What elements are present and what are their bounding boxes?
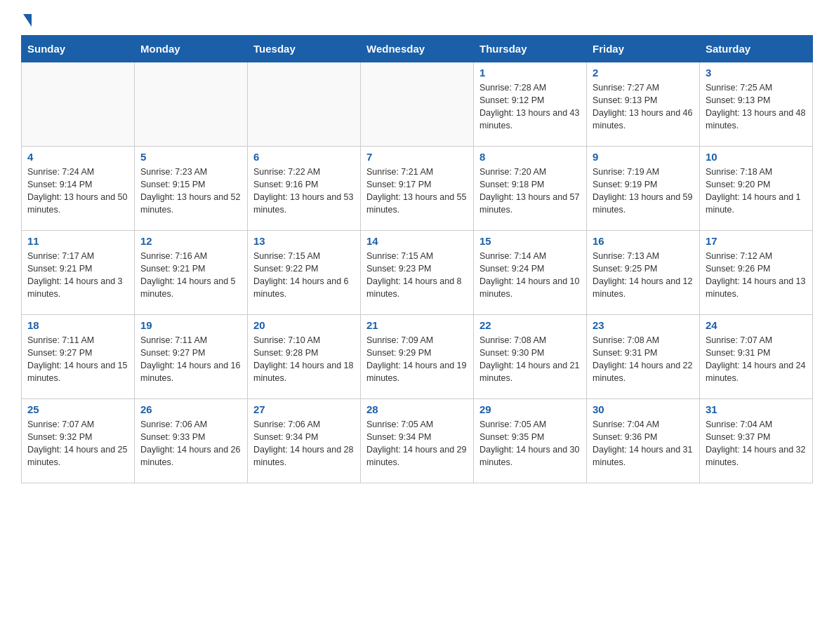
- day-number: 28: [366, 403, 468, 415]
- day-info: Sunrise: 7:12 AMSunset: 9:26 PMDaylight:…: [706, 250, 807, 301]
- weekday-header-tuesday: Tuesday: [248, 36, 361, 62]
- calendar-cell: 5Sunrise: 7:23 AMSunset: 9:15 PMDaylight…: [135, 147, 248, 231]
- day-number: 8: [479, 151, 581, 163]
- day-info: Sunrise: 7:21 AMSunset: 9:17 PMDaylight:…: [366, 166, 468, 217]
- calendar-cell: 4Sunrise: 7:24 AMSunset: 9:14 PMDaylight…: [22, 147, 135, 231]
- calendar-cell: 31Sunrise: 7:04 AMSunset: 9:37 PMDayligh…: [700, 399, 813, 483]
- day-info: Sunrise: 7:06 AMSunset: 9:34 PMDaylight:…: [253, 418, 355, 469]
- calendar-cell: 2Sunrise: 7:27 AMSunset: 9:13 PMDaylight…: [587, 62, 700, 147]
- day-number: 19: [140, 319, 241, 331]
- day-info: Sunrise: 7:08 AMSunset: 9:31 PMDaylight:…: [593, 334, 694, 385]
- day-info: Sunrise: 7:23 AMSunset: 9:15 PMDaylight:…: [140, 166, 241, 217]
- day-number: 29: [479, 403, 581, 415]
- calendar-cell: 6Sunrise: 7:22 AMSunset: 9:16 PMDaylight…: [248, 147, 361, 231]
- logo: [21, 14, 32, 28]
- day-number: 9: [593, 151, 694, 163]
- weekday-header-monday: Monday: [135, 36, 248, 62]
- day-info: Sunrise: 7:16 AMSunset: 9:21 PMDaylight:…: [140, 250, 241, 301]
- calendar-cell: 8Sunrise: 7:20 AMSunset: 9:18 PMDaylight…: [474, 147, 587, 231]
- day-info: Sunrise: 7:15 AMSunset: 9:23 PMDaylight:…: [366, 250, 468, 301]
- calendar-cell: [361, 62, 474, 147]
- calendar-cell: 26Sunrise: 7:06 AMSunset: 9:33 PMDayligh…: [135, 399, 248, 483]
- day-info: Sunrise: 7:07 AMSunset: 9:32 PMDaylight:…: [27, 418, 128, 469]
- weekday-header-sunday: Sunday: [22, 36, 135, 62]
- day-info: Sunrise: 7:20 AMSunset: 9:18 PMDaylight:…: [479, 166, 581, 217]
- day-info: Sunrise: 7:24 AMSunset: 9:14 PMDaylight:…: [27, 166, 128, 217]
- day-info: Sunrise: 7:08 AMSunset: 9:30 PMDaylight:…: [479, 334, 581, 385]
- day-info: Sunrise: 7:28 AMSunset: 9:12 PMDaylight:…: [479, 81, 581, 133]
- calendar-cell: 23Sunrise: 7:08 AMSunset: 9:31 PMDayligh…: [587, 315, 700, 399]
- calendar-cell: 17Sunrise: 7:12 AMSunset: 9:26 PMDayligh…: [700, 231, 813, 315]
- day-info: Sunrise: 7:05 AMSunset: 9:34 PMDaylight:…: [366, 418, 468, 469]
- day-number: 25: [27, 403, 128, 415]
- day-number: 5: [140, 151, 241, 163]
- day-number: 30: [593, 403, 694, 415]
- calendar-cell: 21Sunrise: 7:09 AMSunset: 9:29 PMDayligh…: [361, 315, 474, 399]
- weekday-header-friday: Friday: [587, 36, 700, 62]
- day-info: Sunrise: 7:06 AMSunset: 9:33 PMDaylight:…: [140, 418, 241, 469]
- day-number: 10: [706, 151, 807, 163]
- day-info: Sunrise: 7:07 AMSunset: 9:31 PMDaylight:…: [706, 334, 807, 385]
- weekday-header-thursday: Thursday: [474, 36, 587, 62]
- day-number: 3: [706, 67, 807, 79]
- day-info: Sunrise: 7:19 AMSunset: 9:19 PMDaylight:…: [593, 166, 694, 217]
- weekday-header-saturday: Saturday: [700, 36, 813, 62]
- calendar-week-2: 4Sunrise: 7:24 AMSunset: 9:14 PMDaylight…: [22, 147, 813, 231]
- day-number: 15: [479, 235, 581, 247]
- day-number: 18: [27, 319, 128, 331]
- day-number: 6: [253, 151, 355, 163]
- calendar-cell: 18Sunrise: 7:11 AMSunset: 9:27 PMDayligh…: [22, 315, 135, 399]
- calendar-cell: 12Sunrise: 7:16 AMSunset: 9:21 PMDayligh…: [135, 231, 248, 315]
- calendar-cell: 24Sunrise: 7:07 AMSunset: 9:31 PMDayligh…: [700, 315, 813, 399]
- day-info: Sunrise: 7:10 AMSunset: 9:28 PMDaylight:…: [253, 334, 355, 385]
- calendar-week-5: 25Sunrise: 7:07 AMSunset: 9:32 PMDayligh…: [22, 399, 813, 483]
- day-info: Sunrise: 7:04 AMSunset: 9:37 PMDaylight:…: [706, 418, 807, 469]
- day-info: Sunrise: 7:15 AMSunset: 9:22 PMDaylight:…: [253, 250, 355, 301]
- day-number: 31: [706, 403, 807, 415]
- page-header: [21, 14, 813, 28]
- calendar-week-4: 18Sunrise: 7:11 AMSunset: 9:27 PMDayligh…: [22, 315, 813, 399]
- day-info: Sunrise: 7:11 AMSunset: 9:27 PMDaylight:…: [140, 334, 241, 385]
- day-info: Sunrise: 7:13 AMSunset: 9:25 PMDaylight:…: [593, 250, 694, 301]
- day-number: 26: [140, 403, 241, 415]
- day-number: 4: [27, 151, 128, 163]
- calendar-cell: 11Sunrise: 7:17 AMSunset: 9:21 PMDayligh…: [22, 231, 135, 315]
- calendar-cell: 25Sunrise: 7:07 AMSunset: 9:32 PMDayligh…: [22, 399, 135, 483]
- day-info: Sunrise: 7:22 AMSunset: 9:16 PMDaylight:…: [253, 166, 355, 217]
- calendar-cell: 10Sunrise: 7:18 AMSunset: 9:20 PMDayligh…: [700, 147, 813, 231]
- day-info: Sunrise: 7:27 AMSunset: 9:13 PMDaylight:…: [593, 81, 694, 133]
- day-info: Sunrise: 7:18 AMSunset: 9:20 PMDaylight:…: [706, 166, 807, 217]
- calendar-cell: [22, 62, 135, 147]
- day-info: Sunrise: 7:09 AMSunset: 9:29 PMDaylight:…: [366, 334, 468, 385]
- day-number: 24: [706, 319, 807, 331]
- day-number: 20: [253, 319, 355, 331]
- day-info: Sunrise: 7:17 AMSunset: 9:21 PMDaylight:…: [27, 250, 128, 301]
- calendar-cell: 7Sunrise: 7:21 AMSunset: 9:17 PMDaylight…: [361, 147, 474, 231]
- calendar-cell: 3Sunrise: 7:25 AMSunset: 9:13 PMDaylight…: [700, 62, 813, 147]
- day-number: 12: [140, 235, 241, 247]
- day-number: 13: [253, 235, 355, 247]
- day-info: Sunrise: 7:04 AMSunset: 9:36 PMDaylight:…: [593, 418, 694, 469]
- day-info: Sunrise: 7:14 AMSunset: 9:24 PMDaylight:…: [479, 250, 581, 301]
- calendar-cell: 15Sunrise: 7:14 AMSunset: 9:24 PMDayligh…: [474, 231, 587, 315]
- calendar-cell: 9Sunrise: 7:19 AMSunset: 9:19 PMDaylight…: [587, 147, 700, 231]
- calendar-cell: 19Sunrise: 7:11 AMSunset: 9:27 PMDayligh…: [135, 315, 248, 399]
- day-number: 17: [706, 235, 807, 247]
- weekday-header-wednesday: Wednesday: [361, 36, 474, 62]
- calendar-header-row: SundayMondayTuesdayWednesdayThursdayFrid…: [22, 36, 813, 62]
- day-info: Sunrise: 7:11 AMSunset: 9:27 PMDaylight:…: [27, 334, 128, 385]
- calendar-cell: 13Sunrise: 7:15 AMSunset: 9:22 PMDayligh…: [248, 231, 361, 315]
- logo-general-text: [21, 14, 32, 28]
- calendar-week-1: 1Sunrise: 7:28 AMSunset: 9:12 PMDaylight…: [22, 62, 813, 147]
- calendar-cell: 14Sunrise: 7:15 AMSunset: 9:23 PMDayligh…: [361, 231, 474, 315]
- day-number: 1: [479, 67, 581, 79]
- day-number: 11: [27, 235, 128, 247]
- day-number: 21: [366, 319, 468, 331]
- day-number: 23: [593, 319, 694, 331]
- day-info: Sunrise: 7:05 AMSunset: 9:35 PMDaylight:…: [479, 418, 581, 469]
- logo-triangle-icon: [23, 14, 32, 27]
- calendar-cell: 16Sunrise: 7:13 AMSunset: 9:25 PMDayligh…: [587, 231, 700, 315]
- calendar-week-3: 11Sunrise: 7:17 AMSunset: 9:21 PMDayligh…: [22, 231, 813, 315]
- day-number: 22: [479, 319, 581, 331]
- day-number: 14: [366, 235, 468, 247]
